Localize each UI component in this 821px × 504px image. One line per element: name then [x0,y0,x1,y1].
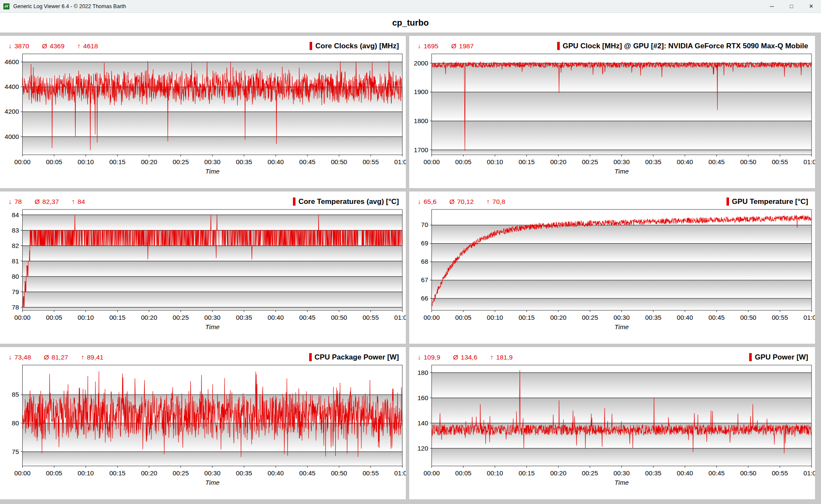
x-tick-label: 00:35 [236,314,252,321]
x-tick-label: 00:30 [614,469,630,477]
chart-avg-value: 82,37 [42,198,59,206]
x-tick-label: 00:10 [78,314,94,321]
y-tick-label: 84 [12,211,19,218]
x-tick-label: 00:45 [709,314,725,321]
chart-header: ↓ 78 Ø 82,37 ↑ 84 Core Temperatures (avg… [0,192,406,206]
x-tick-label: 01:00 [803,158,815,165]
x-tick-label: 00:55 [772,314,788,321]
x-tick-label: 00:00 [15,469,31,477]
y-tick-label: 120 [417,445,428,452]
x-tick-label: 01:00 [803,469,815,477]
grid-shadow-bands [431,373,811,466]
y-tick-label: 81 [12,257,19,265]
chart-title: CPU Package Power [W] [315,353,399,362]
series-color-bar [749,353,752,361]
y-tick-label: 1700 [414,146,428,153]
series-color-bar [293,197,295,206]
min-arrow-icon: ↓ [418,354,421,361]
chart-stat-avg: Ø 4369 [42,42,65,50]
chart-title: Core Temperatures (avg) [°C] [298,197,399,206]
chart-header: ↓ 3870 Ø 4369 ↑ 4618 Core Clocks (avg) [… [0,36,406,50]
x-tick-label: 00:35 [645,469,662,477]
chart-max-value: 181,9 [496,354,513,361]
page-title: cp_turbo [0,13,821,32]
x-tick-label: 00:40 [268,314,284,321]
chart-stats: ↓ 65,6 Ø 70,12 ↑ 70,8 [418,198,505,206]
y-tick-label: 4200 [5,108,19,115]
x-tick-label: 00:10 [487,158,503,165]
chart-panel: ↓ 65,6 Ø 70,12 ↑ 70,8 GPU Temperature [°… [409,192,815,344]
x-tick-label: 00:15 [109,469,126,477]
x-tick-label: 00:35 [645,314,662,321]
chart-stat-min: ↓ 78 [9,198,22,206]
y-tick-label: 1900 [414,88,428,95]
x-axis-title: Time [205,479,220,486]
chart-stat-min: ↓ 65,6 [418,198,437,206]
chart-avg-value: 4369 [50,42,64,50]
x-tick-label: 00:30 [614,314,630,321]
x-tick-label: 00:20 [550,314,567,321]
x-tick-label: 00:55 [363,314,379,321]
x-tick-label: 00:30 [204,469,221,477]
x-tick-label: 00:40 [268,158,284,165]
grid-shadow-bands [22,215,402,310]
chart-title-wrap: GPU Clock [MHz] @ GPU [#2]: NVIDIA GeFor… [557,42,808,50]
chart-header: ↓ 65,6 Ø 70,12 ↑ 70,8 GPU Temperature [°… [409,192,815,206]
maximize-button[interactable]: □ [782,0,801,13]
x-tick-label: 00:10 [487,314,503,321]
chart-panel: ↓ 109,9 Ø 134,6 ↑ 181,9 GPU Power [W] 12… [409,347,815,499]
grid-shadow-bands [431,63,811,155]
chart-plot: 170018001900200000:0000:0500:1000:1500:2… [409,50,815,186]
x-tick-label: 00:05 [455,469,472,477]
minimize-button[interactable]: ─ [762,0,782,13]
min-arrow-icon: ↓ [418,42,421,50]
y-tick-label: 68 [421,258,428,265]
chart-header: ↓ 109,9 Ø 134,6 ↑ 181,9 GPU Power [W] [409,347,815,362]
chart-max-value: 4618 [83,42,98,50]
y-tick-label: 180 [417,369,428,376]
x-tick-label: 00:40 [677,314,693,321]
chart-title: GPU Clock [MHz] @ GPU [#2]: NVIDIA GeFor… [563,42,808,50]
x-tick-label: 00:05 [46,314,62,321]
x-tick-label: 01:00 [803,314,815,321]
series-color-bar [309,353,312,361]
x-tick-label: 00:00 [15,314,31,321]
chart-plot: 7879808182838400:0000:0500:1000:1500:200… [0,206,406,341]
x-axis-title: Time [205,323,220,330]
x-tick-label: 00:40 [677,158,693,165]
x-tick-label: 01:00 [394,314,406,321]
x-tick-label: 00:15 [109,314,126,321]
chart-avg-value: 134,6 [461,354,478,361]
chart-stat-avg: Ø 134,6 [453,354,478,361]
x-tick-label: 00:25 [582,314,598,321]
y-tick-label: 4000 [5,133,19,140]
x-tick-label: 00:05 [455,314,472,321]
x-tick-label: 00:00 [424,158,440,165]
x-tick-label: 00:05 [46,469,62,477]
x-tick-label: 00:45 [709,469,725,477]
x-tick-label: 00:50 [331,469,347,477]
chart-stats: ↓ 73,48 Ø 81,27 ↑ 89,41 [9,354,103,361]
x-tick-label: 00:25 [582,469,598,477]
y-tick-label: 2000 [414,59,428,67]
chart-plot: 75808500:0000:0500:1000:1500:2000:2500:3… [0,362,406,497]
close-button[interactable]: ✕ [801,0,821,13]
chart-title-wrap: GPU Power [W] [749,353,808,362]
y-axis: 120140160180 [417,369,431,452]
app-window: Generic Log Viewer 6.4 - © 2022 Thomas B… [0,0,821,504]
x-tick-label: 00:25 [173,469,189,477]
chart-stat-min: ↓ 3870 [9,42,29,50]
chart-title-wrap: CPU Package Power [W] [309,353,399,362]
chart-stat-max: ↑ 181,9 [490,354,513,361]
x-axis-title: Time [614,323,629,330]
chart-stat-avg: Ø 70,12 [449,198,474,206]
series-color-bar [310,42,312,50]
x-tick-label: 00:00 [15,158,31,165]
y-tick-label: 83 [12,227,19,234]
y-tick-label: 79 [12,288,19,295]
min-arrow-icon: ↓ [9,198,12,206]
x-tick-label: 00:30 [204,314,221,321]
x-tick-label: 00:20 [141,469,157,477]
chart-stats: ↓ 1695 Ø 1987 ↑ [418,42,474,50]
x-tick-label: 00:15 [109,158,126,165]
